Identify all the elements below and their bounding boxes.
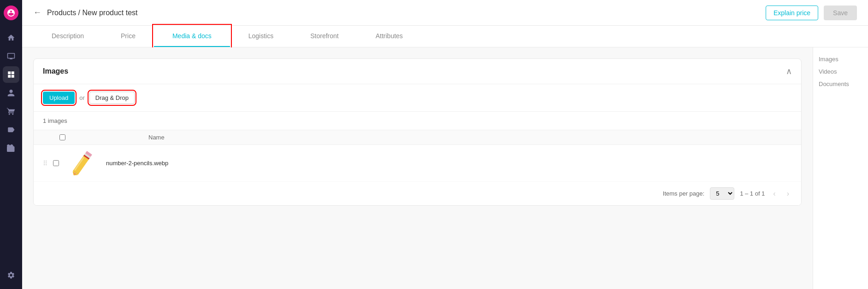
content-main: Images ∧ Upload or Drag & Drop 1 images …: [22, 47, 813, 289]
or-text: or: [79, 94, 85, 101]
row-checkbox[interactable]: [53, 160, 59, 166]
sidebar-item-briefcase[interactable]: [3, 140, 19, 156]
tab-logistics[interactable]: Logistics: [230, 26, 292, 47]
right-sidebar-images[interactable]: Images: [819, 55, 862, 64]
images-count: 1 images: [34, 112, 801, 130]
sidebar-item-tag[interactable]: [3, 121, 19, 138]
pencil-image: [62, 144, 103, 182]
breadcrumb: Products / New product test: [47, 9, 138, 17]
row-image-thumbnail: [66, 150, 99, 176]
tab-price[interactable]: Price: [102, 26, 154, 47]
right-sidebar-videos[interactable]: Videos: [819, 67, 862, 76]
sidebar-item-home[interactable]: [3, 29, 19, 46]
sidebar-item-user[interactable]: [3, 85, 19, 101]
upload-button[interactable]: Upload: [43, 92, 75, 104]
main-content: ← Products / New product test Explain pr…: [22, 0, 868, 289]
page-header: ← Products / New product test Explain pr…: [22, 0, 868, 26]
right-sidebar-documents[interactable]: Documents: [819, 80, 862, 88]
table-header-name: Name: [148, 134, 165, 141]
sidebar-item-grid[interactable]: [3, 66, 19, 83]
content-area: Images ∧ Upload or Drag & Drop 1 images …: [22, 47, 868, 289]
header-actions: Explain price Save: [766, 6, 857, 20]
pagination-prev-button[interactable]: ‹: [770, 189, 778, 199]
sidebar-item-settings[interactable]: [3, 267, 19, 283]
select-all-checkbox[interactable]: [59, 134, 65, 140]
drag-handle-icon[interactable]: ⠿: [43, 160, 47, 167]
sidebar: [0, 0, 22, 289]
table-row: ⠿: [34, 145, 801, 182]
images-table: 1 images Name ⠿: [34, 112, 801, 182]
explain-price-button[interactable]: Explain price: [766, 6, 818, 20]
section-header: Images ∧: [34, 59, 801, 84]
pagination-next-button[interactable]: ›: [784, 189, 792, 199]
items-per-page-label: Items per page:: [663, 190, 704, 197]
images-section: Images ∧ Upload or Drag & Drop 1 images …: [33, 58, 802, 206]
tab-bar: Description Price Media & docs Logistics…: [22, 26, 868, 47]
upload-area: Upload or Drag & Drop: [34, 84, 801, 112]
drag-drop-button[interactable]: Drag & Drop: [89, 92, 135, 104]
section-title: Images: [43, 67, 68, 75]
sidebar-item-cart[interactable]: [3, 103, 19, 120]
save-button[interactable]: Save: [824, 6, 857, 20]
sidebar-item-monitor[interactable]: [3, 48, 19, 64]
section-collapse-button[interactable]: ∧: [786, 66, 792, 76]
back-button[interactable]: ←: [33, 8, 41, 17]
tab-attributes[interactable]: Attributes: [357, 26, 421, 47]
tab-media[interactable]: Media & docs: [154, 26, 230, 47]
app-logo[interactable]: [4, 6, 18, 20]
pagination-range: 1 – 1 of 1: [740, 190, 765, 197]
table-header: Name: [34, 130, 801, 145]
row-filename: number-2-pencils.webp: [106, 160, 168, 167]
tab-description[interactable]: Description: [33, 26, 102, 47]
right-sidebar: Images Videos Documents: [813, 47, 868, 289]
items-per-page-select[interactable]: 5 10 25: [710, 187, 734, 200]
pagination: Items per page: 5 10 25 1 – 1 of 1 ‹ ›: [34, 182, 801, 205]
tab-storefront[interactable]: Storefront: [292, 26, 357, 47]
